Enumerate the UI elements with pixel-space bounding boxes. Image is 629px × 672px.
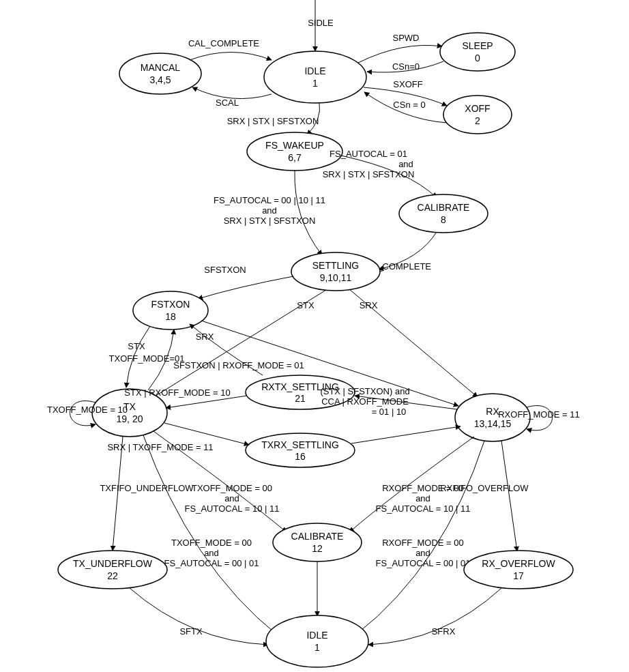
lbl-and3: and bbox=[224, 493, 239, 503]
edge-tx-idle2: TXOFF_MODE = 00 and FS_AUTOCAL = 00 | 01 bbox=[143, 435, 278, 636]
lbl-and5: and bbox=[204, 548, 219, 558]
lbl-fsa001011: FS_AUTOCAL = 00 | 10 | 11 bbox=[214, 195, 325, 205]
state-rxoverflow: RX_OVERFLOW 17 bbox=[464, 551, 573, 589]
lbl-fsauto0001b: FS_AUTOCAL = 00 | 01 bbox=[376, 558, 471, 568]
state-mancal-id: 3,4,5 bbox=[149, 74, 171, 85]
state-rxof-name: RX_OVERFLOW bbox=[482, 558, 555, 569]
lbl-sxoff: SXOFF bbox=[393, 79, 422, 89]
lbl-rxoff00b: RXOFF_MODE = 00 bbox=[382, 538, 464, 548]
lbl-fsauto1011b: FS_AUTOCAL = 10 | 11 bbox=[376, 503, 471, 514]
state-fswakeup-name: FS_WAKEUP bbox=[265, 140, 324, 151]
lbl-fsauto1011a: FS_AUTOCAL = 10 | 11 bbox=[185, 503, 280, 514]
state-txunderflow: TX_UNDERFLOW 22 bbox=[58, 551, 167, 589]
state-xoff-name: XOFF bbox=[465, 103, 490, 114]
lbl-txfifouf: TXFIFO_UNDERFLOW bbox=[100, 483, 194, 493]
edge-idle-mancal: SCAL bbox=[192, 87, 272, 108]
state-fswakeup: FS_WAKEUP 6,7 bbox=[247, 132, 342, 171]
lbl-srxstx1: SRX | STX | SFSTXON bbox=[227, 116, 319, 126]
lbl-sfrx: SFRX bbox=[432, 626, 456, 637]
lbl-srxstx2: SRX | STX | SFSTXON bbox=[323, 169, 415, 179]
edge-settling-rx: SRX bbox=[349, 289, 478, 397]
state-cal8-name: CALIBRATE bbox=[418, 202, 470, 213]
lbl-and2: and bbox=[262, 205, 277, 216]
lbl-txoff10: TXOFF_MODE = 10 bbox=[47, 405, 128, 415]
state-calibrate8: CALIBRATE 8 bbox=[399, 194, 488, 233]
state-idle-id: 1 bbox=[312, 78, 318, 89]
edge-idle-fswakeup: SRX | STX | SFSTXON bbox=[227, 103, 320, 135]
edge-tx-underflow: TXFIFO_UNDERFLOW bbox=[100, 437, 194, 551]
state-sleep-id: 0 bbox=[475, 53, 480, 63]
edge-rxof-idle2: SFRX bbox=[368, 588, 501, 645]
state-txrx-name: TXRX_SETTLING bbox=[261, 439, 339, 450]
lbl-csn0a: CSn=0 bbox=[392, 61, 420, 72]
state-xoff-id: 2 bbox=[475, 115, 480, 126]
edge-rx-idle2: RXOFF_MODE = 00 and FS_AUTOCAL = 00 | 01 bbox=[356, 441, 484, 634]
edge-txrx-rx bbox=[351, 426, 460, 443]
edge-rx-cal12: RXOFF_MODE = 00 and FS_AUTOCAL = 10 | 11 bbox=[349, 437, 474, 532]
state-cal12-id: 12 bbox=[312, 543, 323, 554]
state-xoff: XOFF 2 bbox=[443, 96, 512, 134]
edge-sleep-idle: CSn=0 bbox=[367, 61, 443, 72]
lbl-and4: and bbox=[415, 493, 430, 503]
state-settling-id: 9,10,11 bbox=[320, 272, 352, 283]
state-fstxon: FSTXON 18 bbox=[133, 291, 208, 330]
state-cal8-id: 8 bbox=[441, 214, 446, 225]
edge-txuf-idle2: SFTX bbox=[130, 588, 268, 645]
edge-rx-rxtx: (STX | SFSTXON) and CCA | RXOFF_MODE = 0… bbox=[320, 386, 457, 417]
lbl-srxtxoff11: SRX | TXOFF_MODE = 11 bbox=[107, 442, 213, 452]
state-cal12-name: CALIBRATE bbox=[291, 531, 344, 542]
lbl-csn0b: CSn = 0 bbox=[393, 100, 425, 110]
lbl-txoff00a: TXOFF_MODE = 00 bbox=[192, 483, 272, 493]
state-fswakeup-id: 6,7 bbox=[288, 152, 302, 163]
lbl-ccarxoff: CCA | RXOFF_MODE bbox=[321, 396, 409, 407]
lbl-sftx: SFTX bbox=[179, 626, 203, 637]
edge-xoff-idle: CSn = 0 bbox=[364, 92, 447, 123]
lbl-stxsfstxoncca: (STX | SFSTXON) and bbox=[320, 386, 409, 396]
state-txrxsettling: TXRX_SETTLING 16 bbox=[246, 433, 355, 467]
state-fstxon-name: FSTXON bbox=[151, 299, 190, 310]
edge-settling-fstxon: SFSTXON bbox=[198, 265, 293, 299]
edge-rxtx-fstxon: SFSTXON | RXOFF_MODE = 01 bbox=[173, 324, 304, 375]
lbl-calcomplete: CAL_COMPLETE bbox=[188, 38, 259, 48]
lbl-rxoff11: RXOFF_MODE = 11 bbox=[498, 409, 580, 420]
lbl-stx: STX bbox=[297, 300, 314, 310]
lbl-and1: and bbox=[398, 159, 413, 169]
edge-entry: SIDLE bbox=[308, 0, 334, 51]
state-rxtx-id: 21 bbox=[295, 393, 306, 404]
state-txrx-id: 16 bbox=[295, 451, 306, 462]
lbl-stx2: STX bbox=[128, 341, 145, 351]
edge-rx-overflow: RXFIFO_OVERFLOW bbox=[440, 441, 529, 551]
state-rxof-id: 17 bbox=[513, 570, 524, 581]
state-mancal: MANCAL 3,4,5 bbox=[119, 53, 201, 94]
state-fstxon-id: 18 bbox=[165, 311, 176, 322]
lbl-sfstxonrxoff01: SFSTXON | RXOFF_MODE = 01 bbox=[173, 360, 304, 370]
edge-mancal-idle: CAL_COMPLETE bbox=[188, 38, 272, 60]
state-txuf-name: TX_UNDERFLOW bbox=[73, 558, 153, 569]
state-txuf-id: 22 bbox=[107, 570, 118, 581]
state-idle2-name: IDLE bbox=[306, 630, 327, 641]
state-settling: SETTLING 9,10,11 bbox=[291, 252, 380, 291]
lbl-srx2: SRX bbox=[196, 332, 214, 342]
edge-fswakeup-settling: FS_AUTOCAL = 00 | 10 | 11 and SRX | STX … bbox=[214, 171, 325, 255]
state-settling-name: SETTLING bbox=[312, 260, 359, 271]
lbl-spwd: SPWD bbox=[393, 33, 420, 43]
lbl-stxrxoff10: STX | RXOFF_MODE = 10 bbox=[124, 388, 230, 398]
lbl-sidle: SIDLE bbox=[308, 18, 334, 28]
state-sleep: SLEEP 0 bbox=[440, 33, 515, 71]
state-sleep-name: SLEEP bbox=[462, 40, 493, 51]
lbl-and6: and bbox=[415, 548, 430, 558]
lbl-txoff00b: TXOFF_MODE = 00 bbox=[171, 538, 252, 548]
lbl-eq0110: = 01 | 10 bbox=[372, 407, 407, 417]
state-rx-id: 13,14,15 bbox=[474, 418, 512, 429]
lbl-srx: SRX bbox=[360, 300, 378, 310]
state-calibrate12: CALIBRATE 12 bbox=[273, 523, 362, 561]
lbl-rxoff00a: RXOFF_MODE = 00 bbox=[382, 483, 464, 493]
state-tx-id: 19, 20 bbox=[117, 413, 143, 424]
lbl-sfstxon: SFSTXON bbox=[204, 265, 246, 275]
state-mancal-name: MANCAL bbox=[141, 62, 181, 73]
edge-idle-sleep: SPWD bbox=[358, 33, 442, 63]
edge-fswakeup-cal8: FS_AUTOCAL = 01 and SRX | STX | SFSTXON bbox=[323, 149, 437, 198]
state-idle: IDLE 1 bbox=[264, 51, 366, 103]
state-idle2-id: 1 bbox=[314, 642, 320, 653]
lbl-srxstx3: SRX | STX | SFSTXON bbox=[224, 216, 316, 226]
